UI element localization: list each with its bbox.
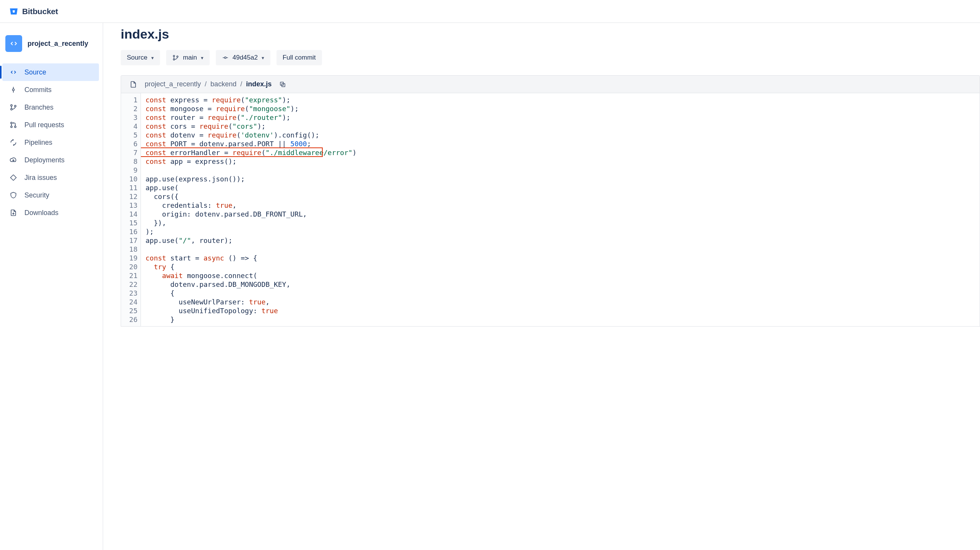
source-view-label: Source — [127, 54, 147, 61]
line-number[interactable]: 26 — [121, 315, 137, 324]
sidebar-item-downloads[interactable]: Downloads — [2, 204, 99, 222]
file-toolbar: Source ▾ main ▾ 49d45a2 ▾ Full commit — [121, 50, 980, 65]
download-icon — [9, 209, 18, 217]
sidebar-item-label: Downloads — [24, 209, 94, 217]
line-number[interactable]: 2 — [121, 104, 137, 113]
svg-point-5 — [15, 105, 16, 107]
line-number[interactable]: 19 — [121, 254, 137, 262]
full-commit-button[interactable]: Full commit — [277, 50, 322, 65]
copy-path-button[interactable] — [279, 81, 286, 88]
svg-point-9 — [173, 55, 175, 57]
breadcrumb-segment[interactable]: backend — [210, 80, 236, 88]
breadcrumb-segment[interactable]: project_a_recently — [145, 80, 201, 88]
code-viewer: 1234567891011121314151617181920212223242… — [121, 93, 980, 327]
file-pane: project_a_recently/backend/index.js — [121, 75, 980, 93]
sidebar-item-label: Commits — [24, 86, 94, 94]
line-number[interactable]: 6 — [121, 139, 137, 148]
line-number[interactable]: 14 — [121, 210, 137, 218]
sidebar-item-deployments[interactable]: Deployments — [2, 151, 99, 169]
code-line — [146, 245, 980, 254]
line-number[interactable]: 22 — [121, 280, 137, 289]
line-number[interactable]: 10 — [121, 175, 137, 183]
line-number[interactable]: 11 — [121, 183, 137, 192]
code-line: await mongoose.connect( — [146, 271, 980, 280]
branch-label: main — [183, 54, 197, 61]
code-line: const express = require("express"); — [146, 95, 980, 104]
sidebar-item-source[interactable]: Source — [2, 63, 99, 81]
branch-icon — [9, 104, 18, 111]
line-number[interactable]: 13 — [121, 201, 137, 210]
line-number[interactable]: 18 — [121, 245, 137, 254]
line-number[interactable]: 4 — [121, 122, 137, 131]
branch-dropdown[interactable]: main ▾ — [166, 50, 210, 65]
line-number[interactable]: 9 — [121, 166, 137, 175]
shield-icon — [9, 191, 18, 199]
breadcrumb: project_a_recently/backend/index.js — [145, 80, 272, 88]
sidebar-item-label: Deployments — [24, 156, 94, 164]
line-number[interactable]: 17 — [121, 236, 137, 245]
code-line: credentials: true, — [146, 201, 980, 210]
code-line: const mongoose = require("mongoose"); — [146, 104, 980, 113]
line-number[interactable]: 25 — [121, 306, 137, 315]
branch-icon — [172, 54, 179, 61]
line-number[interactable]: 3 — [121, 113, 137, 122]
code-line: origin: dotenv.parsed.DB_FRONT_URL, — [146, 210, 980, 218]
sidebar-item-security[interactable]: Security — [2, 186, 99, 204]
sidebar-item-branches[interactable]: Branches — [2, 99, 99, 116]
code-line: dotenv.parsed.DB_MONGODB_KEY, — [146, 280, 980, 289]
sidebar-nav: SourceCommitsBranchesPull requestsPipeli… — [2, 63, 99, 222]
code-line: const cors = require("cors"); — [146, 122, 980, 131]
source-view-dropdown[interactable]: Source ▾ — [121, 50, 160, 65]
code-line: app.use("/", router); — [146, 236, 980, 245]
svg-point-6 — [11, 122, 12, 124]
code-line: const start = async () => { — [146, 254, 980, 262]
sidebar: project_a_recently SourceCommitsBranches… — [0, 23, 103, 550]
jira-icon — [9, 174, 18, 181]
commit-dropdown[interactable]: 49d45a2 ▾ — [216, 50, 270, 65]
code-line: app.use(express.json()); — [146, 175, 980, 183]
project-header[interactable]: project_a_recently — [2, 32, 99, 55]
sidebar-item-jira-issues[interactable]: Jira issues — [2, 169, 99, 186]
code-line: }), — [146, 218, 980, 227]
line-number[interactable]: 12 — [121, 192, 137, 201]
code-line: const app = express(); — [146, 157, 980, 166]
commit-icon — [222, 54, 229, 61]
sidebar-item-label: Jira issues — [24, 174, 94, 182]
pull-request-icon — [9, 121, 18, 129]
chevron-down-icon: ▾ — [262, 55, 264, 61]
chevron-down-icon: ▾ — [151, 55, 154, 61]
svg-point-3 — [11, 105, 12, 106]
line-number[interactable]: 16 — [121, 227, 137, 236]
sidebar-item-label: Security — [24, 191, 94, 199]
breadcrumb-separator: / — [240, 80, 242, 88]
code-line: const router = require("./router"); — [146, 113, 980, 122]
line-number[interactable]: 21 — [121, 271, 137, 280]
sidebar-item-pull-requests[interactable]: Pull requests — [2, 116, 99, 134]
commit-label: 49d45a2 — [233, 54, 258, 61]
svg-point-0 — [13, 89, 15, 91]
line-number[interactable]: 20 — [121, 262, 137, 271]
line-number[interactable]: 24 — [121, 298, 137, 306]
chevron-down-icon: ▾ — [201, 55, 204, 61]
line-number[interactable]: 8 — [121, 157, 137, 166]
commit-icon — [9, 86, 18, 94]
deploy-icon — [9, 156, 18, 164]
code-line: const PORT = dotenv.parsed.PORT || 5000; — [146, 139, 980, 148]
code-line: { — [146, 289, 980, 298]
code-line: try { — [146, 262, 980, 271]
code-line: useUnifiedTopology: true — [146, 306, 980, 315]
breadcrumb-separator: / — [205, 80, 207, 88]
sidebar-item-commits[interactable]: Commits — [2, 81, 99, 99]
line-number[interactable]: 1 — [121, 95, 137, 104]
line-number[interactable]: 23 — [121, 289, 137, 298]
svg-point-11 — [177, 56, 178, 57]
line-number[interactable]: 5 — [121, 131, 137, 139]
sidebar-item-pipelines[interactable]: Pipelines — [2, 134, 99, 151]
breadcrumb-current: index.js — [246, 80, 272, 88]
code-content: const express = require("express");const… — [141, 93, 980, 326]
pipeline-icon — [9, 139, 18, 146]
svg-point-8 — [15, 126, 16, 128]
line-number[interactable]: 7 — [121, 148, 137, 157]
line-number[interactable]: 15 — [121, 218, 137, 227]
file-icon — [129, 81, 137, 88]
